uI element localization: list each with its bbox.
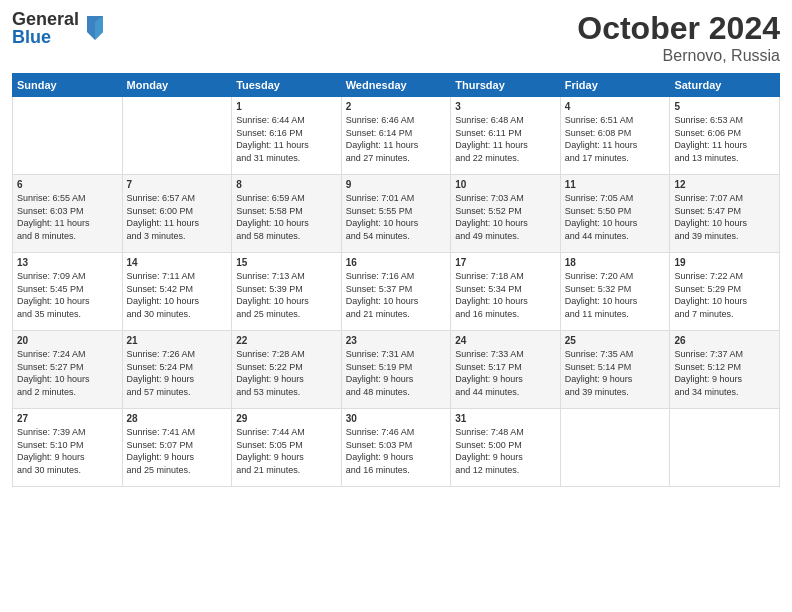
day-number: 12 bbox=[674, 179, 775, 190]
calendar-week-row: 1Sunrise: 6:44 AM Sunset: 6:16 PM Daylig… bbox=[13, 97, 780, 175]
day-info: Sunrise: 6:57 AM Sunset: 6:00 PM Dayligh… bbox=[127, 192, 228, 242]
day-info: Sunrise: 7:09 AM Sunset: 5:45 PM Dayligh… bbox=[17, 270, 118, 320]
day-number: 25 bbox=[565, 335, 666, 346]
table-row: 29Sunrise: 7:44 AM Sunset: 5:05 PM Dayli… bbox=[232, 409, 342, 487]
header-friday: Friday bbox=[560, 74, 670, 97]
table-row: 31Sunrise: 7:48 AM Sunset: 5:00 PM Dayli… bbox=[451, 409, 561, 487]
logo: General Blue bbox=[12, 10, 107, 46]
table-row bbox=[670, 409, 780, 487]
day-info: Sunrise: 7:31 AM Sunset: 5:19 PM Dayligh… bbox=[346, 348, 447, 398]
day-number: 27 bbox=[17, 413, 118, 424]
day-info: Sunrise: 6:46 AM Sunset: 6:14 PM Dayligh… bbox=[346, 114, 447, 164]
location: Bernovo, Russia bbox=[577, 47, 780, 65]
table-row bbox=[122, 97, 232, 175]
table-row: 16Sunrise: 7:16 AM Sunset: 5:37 PM Dayli… bbox=[341, 253, 451, 331]
day-number: 4 bbox=[565, 101, 666, 112]
day-number: 7 bbox=[127, 179, 228, 190]
table-row: 7Sunrise: 6:57 AM Sunset: 6:00 PM Daylig… bbox=[122, 175, 232, 253]
day-info: Sunrise: 6:48 AM Sunset: 6:11 PM Dayligh… bbox=[455, 114, 556, 164]
table-row: 27Sunrise: 7:39 AM Sunset: 5:10 PM Dayli… bbox=[13, 409, 123, 487]
day-number: 19 bbox=[674, 257, 775, 268]
table-row: 4Sunrise: 6:51 AM Sunset: 6:08 PM Daylig… bbox=[560, 97, 670, 175]
day-number: 2 bbox=[346, 101, 447, 112]
day-number: 8 bbox=[236, 179, 337, 190]
day-info: Sunrise: 7:37 AM Sunset: 5:12 PM Dayligh… bbox=[674, 348, 775, 398]
day-info: Sunrise: 7:22 AM Sunset: 5:29 PM Dayligh… bbox=[674, 270, 775, 320]
day-info: Sunrise: 7:18 AM Sunset: 5:34 PM Dayligh… bbox=[455, 270, 556, 320]
day-number: 29 bbox=[236, 413, 337, 424]
day-info: Sunrise: 7:41 AM Sunset: 5:07 PM Dayligh… bbox=[127, 426, 228, 476]
day-info: Sunrise: 7:20 AM Sunset: 5:32 PM Dayligh… bbox=[565, 270, 666, 320]
table-row: 13Sunrise: 7:09 AM Sunset: 5:45 PM Dayli… bbox=[13, 253, 123, 331]
calendar-week-row: 20Sunrise: 7:24 AM Sunset: 5:27 PM Dayli… bbox=[13, 331, 780, 409]
day-number: 17 bbox=[455, 257, 556, 268]
table-row: 1Sunrise: 6:44 AM Sunset: 6:16 PM Daylig… bbox=[232, 97, 342, 175]
table-row: 28Sunrise: 7:41 AM Sunset: 5:07 PM Dayli… bbox=[122, 409, 232, 487]
table-row: 25Sunrise: 7:35 AM Sunset: 5:14 PM Dayli… bbox=[560, 331, 670, 409]
table-row: 19Sunrise: 7:22 AM Sunset: 5:29 PM Dayli… bbox=[670, 253, 780, 331]
calendar-table: Sunday Monday Tuesday Wednesday Thursday… bbox=[12, 73, 780, 487]
day-number: 21 bbox=[127, 335, 228, 346]
day-info: Sunrise: 7:11 AM Sunset: 5:42 PM Dayligh… bbox=[127, 270, 228, 320]
table-row: 26Sunrise: 7:37 AM Sunset: 5:12 PM Dayli… bbox=[670, 331, 780, 409]
table-row: 22Sunrise: 7:28 AM Sunset: 5:22 PM Dayli… bbox=[232, 331, 342, 409]
day-info: Sunrise: 6:53 AM Sunset: 6:06 PM Dayligh… bbox=[674, 114, 775, 164]
table-row bbox=[13, 97, 123, 175]
day-number: 15 bbox=[236, 257, 337, 268]
day-number: 16 bbox=[346, 257, 447, 268]
day-info: Sunrise: 7:44 AM Sunset: 5:05 PM Dayligh… bbox=[236, 426, 337, 476]
day-number: 14 bbox=[127, 257, 228, 268]
table-row: 6Sunrise: 6:55 AM Sunset: 6:03 PM Daylig… bbox=[13, 175, 123, 253]
table-row: 23Sunrise: 7:31 AM Sunset: 5:19 PM Dayli… bbox=[341, 331, 451, 409]
header-sunday: Sunday bbox=[13, 74, 123, 97]
table-row: 30Sunrise: 7:46 AM Sunset: 5:03 PM Dayli… bbox=[341, 409, 451, 487]
header-wednesday: Wednesday bbox=[341, 74, 451, 97]
calendar-week-row: 13Sunrise: 7:09 AM Sunset: 5:45 PM Dayli… bbox=[13, 253, 780, 331]
day-info: Sunrise: 7:03 AM Sunset: 5:52 PM Dayligh… bbox=[455, 192, 556, 242]
day-info: Sunrise: 7:01 AM Sunset: 5:55 PM Dayligh… bbox=[346, 192, 447, 242]
calendar-week-row: 6Sunrise: 6:55 AM Sunset: 6:03 PM Daylig… bbox=[13, 175, 780, 253]
day-number: 23 bbox=[346, 335, 447, 346]
table-row: 17Sunrise: 7:18 AM Sunset: 5:34 PM Dayli… bbox=[451, 253, 561, 331]
day-number: 30 bbox=[346, 413, 447, 424]
day-info: Sunrise: 7:33 AM Sunset: 5:17 PM Dayligh… bbox=[455, 348, 556, 398]
logo-text: General Blue bbox=[12, 10, 79, 46]
day-number: 3 bbox=[455, 101, 556, 112]
day-number: 13 bbox=[17, 257, 118, 268]
day-info: Sunrise: 7:26 AM Sunset: 5:24 PM Dayligh… bbox=[127, 348, 228, 398]
table-row: 10Sunrise: 7:03 AM Sunset: 5:52 PM Dayli… bbox=[451, 175, 561, 253]
calendar-header-row: Sunday Monday Tuesday Wednesday Thursday… bbox=[13, 74, 780, 97]
table-row: 12Sunrise: 7:07 AM Sunset: 5:47 PM Dayli… bbox=[670, 175, 780, 253]
day-number: 24 bbox=[455, 335, 556, 346]
day-info: Sunrise: 7:07 AM Sunset: 5:47 PM Dayligh… bbox=[674, 192, 775, 242]
day-info: Sunrise: 7:46 AM Sunset: 5:03 PM Dayligh… bbox=[346, 426, 447, 476]
header-thursday: Thursday bbox=[451, 74, 561, 97]
day-info: Sunrise: 6:55 AM Sunset: 6:03 PM Dayligh… bbox=[17, 192, 118, 242]
day-number: 5 bbox=[674, 101, 775, 112]
day-number: 10 bbox=[455, 179, 556, 190]
page-header: General Blue October 2024 Bernovo, Russi… bbox=[12, 10, 780, 65]
table-row: 2Sunrise: 6:46 AM Sunset: 6:14 PM Daylig… bbox=[341, 97, 451, 175]
day-number: 28 bbox=[127, 413, 228, 424]
table-row: 5Sunrise: 6:53 AM Sunset: 6:06 PM Daylig… bbox=[670, 97, 780, 175]
day-info: Sunrise: 7:39 AM Sunset: 5:10 PM Dayligh… bbox=[17, 426, 118, 476]
logo-blue: Blue bbox=[12, 28, 79, 46]
table-row bbox=[560, 409, 670, 487]
table-row: 15Sunrise: 7:13 AM Sunset: 5:39 PM Dayli… bbox=[232, 253, 342, 331]
header-monday: Monday bbox=[122, 74, 232, 97]
table-row: 8Sunrise: 6:59 AM Sunset: 5:58 PM Daylig… bbox=[232, 175, 342, 253]
day-info: Sunrise: 7:48 AM Sunset: 5:00 PM Dayligh… bbox=[455, 426, 556, 476]
month-title: October 2024 bbox=[577, 10, 780, 47]
title-block: October 2024 Bernovo, Russia bbox=[577, 10, 780, 65]
table-row: 24Sunrise: 7:33 AM Sunset: 5:17 PM Dayli… bbox=[451, 331, 561, 409]
header-tuesday: Tuesday bbox=[232, 74, 342, 97]
day-number: 6 bbox=[17, 179, 118, 190]
table-row: 21Sunrise: 7:26 AM Sunset: 5:24 PM Dayli… bbox=[122, 331, 232, 409]
logo-general: General bbox=[12, 10, 79, 28]
day-number: 18 bbox=[565, 257, 666, 268]
header-saturday: Saturday bbox=[670, 74, 780, 97]
day-info: Sunrise: 7:13 AM Sunset: 5:39 PM Dayligh… bbox=[236, 270, 337, 320]
day-number: 11 bbox=[565, 179, 666, 190]
day-info: Sunrise: 6:51 AM Sunset: 6:08 PM Dayligh… bbox=[565, 114, 666, 164]
day-info: Sunrise: 7:28 AM Sunset: 5:22 PM Dayligh… bbox=[236, 348, 337, 398]
